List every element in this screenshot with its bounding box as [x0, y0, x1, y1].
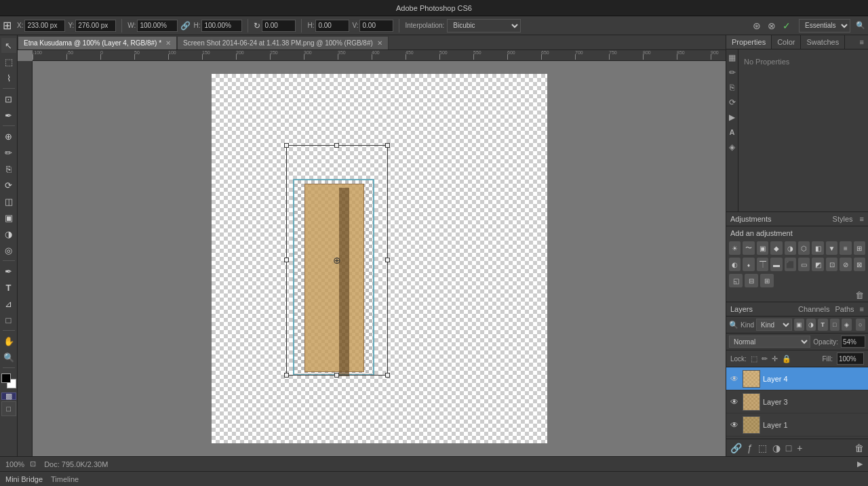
- lookup-adj-icon[interactable]: ⊞: [854, 241, 865, 255]
- actions-icon[interactable]: ▶: [727, 112, 738, 123]
- layer-visibility-toggle[interactable]: 👁: [729, 420, 740, 430]
- handle-top-left[interactable]: [284, 143, 289, 148]
- gradient-tool-button[interactable]: ▣: [1, 210, 16, 225]
- channels-tab[interactable]: Channels: [795, 305, 832, 313]
- layer-visibility-toggle[interactable]: 👁: [729, 397, 740, 407]
- delete-adjustment-icon[interactable]: 🗑: [855, 290, 864, 300]
- styles-tab[interactable]: Styles: [829, 215, 857, 223]
- photo-filter-adj-icon[interactable]: ▼: [826, 241, 837, 255]
- replace-color-adj-icon[interactable]: ◱: [729, 274, 743, 287]
- history-brush-button[interactable]: ⟳: [1, 178, 16, 193]
- paths-tab[interactable]: Paths: [832, 305, 856, 313]
- handle-middle-right[interactable]: [385, 258, 390, 262]
- clone-source-icon[interactable]: ⎘: [727, 82, 738, 93]
- h-input[interactable]: [201, 20, 242, 32]
- blend-mode-dropdown[interactable]: Normal Multiply Screen Overlay: [729, 336, 810, 348]
- hsl-adj-icon[interactable]: ◑: [785, 241, 796, 255]
- tab-document-2[interactable]: Screen Shot 2014-06-24 at 1.41.38 PM.png…: [177, 36, 389, 49]
- timeline-icon[interactable]: ▶: [857, 460, 863, 468]
- variations-adj-icon[interactable]: ⊞: [760, 274, 774, 287]
- kind-dropdown[interactable]: Kind Name Effect: [756, 319, 792, 331]
- tab-color[interactable]: Color: [772, 35, 801, 49]
- tab-properties[interactable]: Properties: [726, 35, 772, 49]
- handle-top-right[interactable]: [385, 143, 390, 148]
- selection-tool-button[interactable]: ⬚: [1, 54, 16, 69]
- filter-type-btn[interactable]: T: [818, 319, 828, 331]
- hdr-adj-icon[interactable]: ⊡: [826, 258, 837, 271]
- layer-item[interactable]: 👁 Layer 3: [726, 390, 868, 413]
- type-tool-button[interactable]: T: [1, 280, 16, 295]
- clone-tool-button[interactable]: ⎘: [1, 161, 16, 176]
- healing-tool-button[interactable]: ⊕: [1, 129, 16, 144]
- delete-layer-button[interactable]: 🗑: [854, 443, 864, 453]
- fill-input[interactable]: [837, 352, 864, 365]
- panel-options-button[interactable]: ≡: [856, 35, 868, 49]
- threshold-adj-icon[interactable]: ⏉: [757, 258, 768, 271]
- handle-bottom-center[interactable]: [334, 373, 339, 378]
- lock-transparent-btn[interactable]: ⬚: [751, 355, 757, 363]
- confirm-transform-icon[interactable]: ✓: [783, 20, 791, 31]
- handle-bottom-right[interactable]: [385, 373, 390, 378]
- hand-tool-button[interactable]: ✋: [1, 333, 16, 348]
- screen-mode-button[interactable]: □: [1, 401, 16, 416]
- eyedropper-tool-button[interactable]: ✒: [1, 108, 16, 123]
- warp-icon[interactable]: ⊛: [753, 20, 761, 31]
- brightness-adj-icon[interactable]: ☀: [729, 241, 741, 255]
- bw-adj-icon[interactable]: ◧: [812, 241, 823, 255]
- lasso-tool-button[interactable]: ⌇: [1, 70, 16, 85]
- new-group-button[interactable]: □: [786, 443, 791, 453]
- eraser-tool-button[interactable]: ◫: [1, 194, 16, 209]
- layer-item[interactable]: 👁 Layer 1: [726, 413, 868, 437]
- tab-1-close[interactable]: ✕: [165, 39, 171, 47]
- crop-tool-button[interactable]: ⊡: [1, 92, 16, 106]
- filter-shape-btn[interactable]: □: [830, 319, 840, 331]
- blur-tool-button[interactable]: ◑: [1, 226, 16, 241]
- handle-bottom-left[interactable]: [284, 373, 289, 378]
- lock-all-btn[interactable]: 🔒: [782, 355, 791, 363]
- cancel-transform-icon[interactable]: ⊗: [768, 20, 776, 31]
- shape-tool-button[interactable]: □: [1, 312, 16, 327]
- pen-tool-button[interactable]: ✒: [1, 264, 16, 279]
- layer-visibility-toggle[interactable]: 👁: [729, 373, 740, 384]
- filter-toggle-btn[interactable]: ○: [856, 319, 866, 331]
- rotate-input[interactable]: [262, 20, 296, 32]
- zoom-fit-icon[interactable]: ⊡: [30, 460, 36, 468]
- lock-paint-btn[interactable]: ✏: [762, 355, 768, 363]
- tab-2-close[interactable]: ✕: [377, 39, 382, 47]
- tab-swatches[interactable]: Swatches: [801, 35, 845, 49]
- gradient-map-adj-icon[interactable]: ▬: [770, 258, 782, 271]
- brush-tool-button[interactable]: ✏: [1, 145, 16, 160]
- new-layer-button[interactable]: +: [797, 443, 802, 453]
- 3d-icon[interactable]: ◈: [727, 142, 738, 153]
- handle-top-center[interactable]: [334, 143, 339, 148]
- w-input[interactable]: [137, 20, 178, 32]
- v-skew-input[interactable]: [359, 20, 393, 32]
- curves-adj-icon[interactable]: 〜: [743, 241, 754, 255]
- history-icon[interactable]: ⟳: [727, 97, 738, 108]
- filter-pixel-btn[interactable]: ▣: [794, 319, 804, 331]
- opacity-input[interactable]: [841, 336, 865, 348]
- y-input[interactable]: [75, 20, 116, 32]
- posterize-adj-icon[interactable]: ⬧: [743, 258, 754, 271]
- selective-color-adj-icon[interactable]: ⬛: [785, 258, 796, 271]
- zoom-tool-button[interactable]: 🔍: [1, 350, 16, 365]
- h-skew-input[interactable]: [315, 20, 349, 32]
- filter-adjustment-btn[interactable]: ◑: [806, 319, 816, 331]
- move-tool-button[interactable]: ↖: [1, 38, 16, 53]
- match-color-adj-icon[interactable]: ⊠: [854, 258, 865, 271]
- interpolation-dropdown[interactable]: Bicubic Nearest Neighbor Bilinear: [447, 19, 521, 33]
- layer-item[interactable]: 👁 Layer 4: [726, 367, 868, 390]
- handle-middle-left[interactable]: [284, 258, 289, 262]
- bottom-tab-timeline[interactable]: Timeline: [51, 475, 79, 483]
- workspace-dropdown[interactable]: Essentials: [799, 19, 850, 33]
- layers-icon[interactable]: ▦: [727, 52, 738, 63]
- layers-options-button[interactable]: ≡: [860, 305, 864, 313]
- shadows-adj-icon[interactable]: ◩: [812, 258, 823, 271]
- vibrance-adj-icon[interactable]: ◆: [770, 241, 782, 255]
- lock-position-btn[interactable]: ✛: [772, 355, 778, 363]
- type-icon[interactable]: A: [727, 127, 738, 138]
- tab-document-1[interactable]: Etna Kusudama @ 100% (Layer 4, RGB/8#) *…: [18, 36, 177, 49]
- desaturate-adj-icon[interactable]: ⊘: [840, 258, 851, 271]
- levels-adj-icon[interactable]: ▭: [798, 258, 810, 271]
- add-mask-button[interactable]: ⬚: [758, 443, 767, 453]
